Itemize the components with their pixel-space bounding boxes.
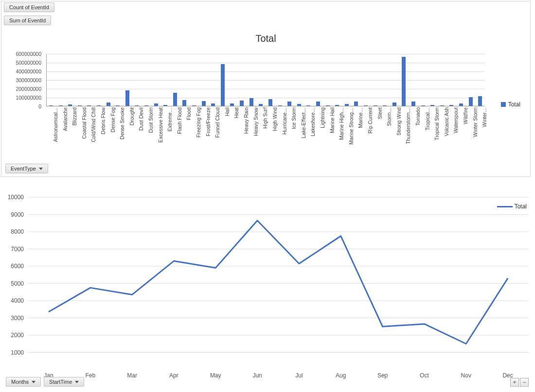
bar — [182, 100, 186, 106]
x-tick-label: Cold/Wind Chill — [90, 107, 96, 142]
x-tick-label: Extreme… — [167, 107, 173, 132]
starttime-filter-button[interactable]: StartTime — [44, 377, 84, 387]
legend-line — [497, 206, 513, 207]
y-tick-label: 4000 — [11, 297, 24, 304]
bar — [240, 101, 244, 106]
bar — [459, 103, 463, 106]
top-chart-panel: Count of EventId Sum of EventId Total 01… — [1, 1, 531, 177]
bar — [421, 105, 425, 106]
bar — [354, 102, 358, 106]
x-tick-label: Funnel Cloud — [214, 107, 220, 137]
eventtype-filter-button[interactable]: EventType — [5, 164, 48, 173]
bar — [144, 105, 148, 106]
x-tick-label: Dust Storm — [148, 107, 154, 133]
bar — [306, 105, 310, 106]
bar — [449, 105, 453, 106]
x-tick-label: Hurricane… — [282, 107, 287, 135]
y-tick-label: 600000000 — [16, 51, 41, 57]
bar — [278, 105, 282, 106]
x-tick-label: Marine… — [357, 107, 363, 128]
y-tick-label: 8000 — [11, 228, 24, 235]
field-label: Months — [11, 379, 29, 385]
x-tick-label: Marine High… — [339, 107, 344, 140]
x-tick-label: Heavy Rain — [243, 107, 249, 134]
field-label: Sum of EventId — [9, 17, 46, 23]
zoom-out-button[interactable]: − — [520, 378, 529, 387]
chevron-down-icon — [75, 381, 79, 383]
x-tick-label: Dense Fog — [110, 107, 116, 132]
bar — [297, 104, 301, 106]
line-chart: 1000200030004000500060007000800090001000… — [2, 189, 533, 389]
x-tick-label: Debris Flow — [100, 107, 106, 134]
x-tick-label: Heavy Snow — [253, 107, 259, 136]
x-tick-label: Marine Hail — [329, 107, 335, 133]
bar — [430, 105, 434, 106]
x-tick-label: Drought — [129, 107, 135, 125]
bar — [230, 103, 234, 106]
x-tick-label: Oct — [420, 372, 429, 379]
x-tick-label: Frost/Freeze — [205, 107, 211, 136]
bar — [335, 105, 339, 106]
y-tick-label: 300000000 — [16, 77, 41, 83]
x-tick-label: Apr — [169, 372, 178, 379]
bar — [49, 105, 53, 106]
y-tick-label: 0 — [38, 103, 41, 109]
bar — [374, 105, 377, 106]
sum-of-eventid-button[interactable]: Sum of EventId — [4, 16, 51, 25]
x-tick-label: Hail — [224, 107, 230, 116]
bar — [163, 105, 167, 106]
months-filter-button[interactable]: Months — [6, 377, 41, 387]
chevron-down-icon — [39, 168, 43, 170]
y-tick-label: 500000000 — [16, 60, 41, 66]
bar-chart: 0100000000200000000300000000400000000500… — [10, 54, 487, 158]
x-tick-label: Sep — [377, 372, 388, 379]
x-tick-label: Freezing Fog — [196, 107, 201, 137]
bar — [78, 105, 82, 106]
x-tick-label: Strong Wind — [396, 107, 402, 136]
x-tick-label: Flood — [186, 107, 192, 120]
bar — [87, 105, 91, 106]
count-of-eventid-button[interactable]: Count of EventId — [4, 2, 54, 12]
x-tick-label: Excessive Heat — [158, 107, 163, 142]
x-tick-label: Wildfire — [463, 107, 468, 124]
y-tick-label: 2000 — [11, 332, 24, 339]
x-tick-label: Tropical… — [425, 107, 430, 130]
x-tick-label: Thunderstorm… — [405, 107, 411, 144]
bar — [135, 105, 139, 106]
bar — [259, 104, 263, 106]
x-tick-label: Tropical Storm — [434, 107, 440, 140]
x-tick-label: Blizzard — [71, 107, 77, 125]
bar — [392, 102, 396, 106]
y-tick-label: 1000 — [11, 349, 24, 356]
bar — [221, 64, 225, 106]
bar — [440, 105, 444, 106]
x-tick-label: Dust Devil — [138, 107, 144, 131]
bar — [411, 102, 415, 106]
bar — [59, 105, 63, 106]
y-tick-label: 100000000 — [16, 95, 41, 101]
plus-icon: + — [513, 379, 516, 386]
x-tick-label: Lake-Effect… — [301, 107, 306, 138]
x-tick-label: May — [210, 372, 221, 379]
field-label: Count of EventId — [9, 4, 49, 10]
x-tick-label: Winter… — [482, 107, 487, 127]
x-tick-label: Ice Storm — [291, 107, 297, 129]
bar — [125, 90, 129, 106]
x-tick-label: Storm… — [386, 107, 392, 126]
x-tick-label: High Surf — [262, 107, 268, 129]
x-tick-label: Feb — [85, 372, 95, 379]
x-tick-label: Aug — [336, 372, 346, 379]
bar — [268, 99, 272, 106]
y-tick-label: 400000000 — [16, 68, 41, 74]
y-tick-label: 7000 — [11, 246, 24, 253]
y-tick-label: 10000 — [8, 194, 24, 201]
bar — [402, 57, 406, 106]
x-tick-label: Sleet — [377, 107, 383, 119]
x-tick-label: Flash Flood — [177, 107, 182, 134]
x-tick-label: Avalanche — [62, 107, 68, 131]
bar-chart-title: Total — [1, 33, 530, 44]
zoom-in-button[interactable]: + — [510, 378, 519, 387]
x-tick-label: Waterspout — [453, 107, 459, 133]
minus-icon: − — [522, 379, 526, 386]
y-tick-label: 9000 — [11, 211, 24, 218]
